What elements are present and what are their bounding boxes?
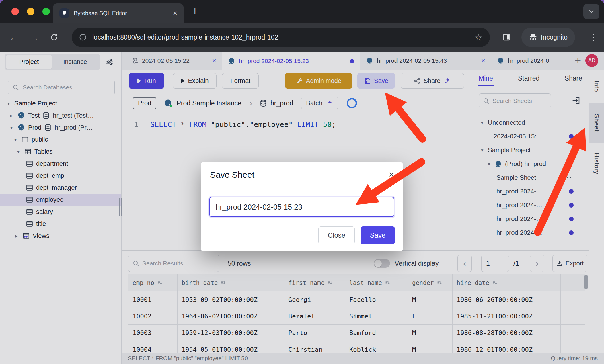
caret-down-icon[interactable]: ▾ — [13, 137, 18, 142]
filter-settings-button[interactable] — [105, 57, 114, 66]
run-button[interactable]: Run — [129, 73, 164, 89]
cell[interactable]: 1954-05-01T00:00:00Z — [178, 341, 284, 353]
tab-history[interactable]: History — [589, 143, 604, 184]
user-avatar[interactable]: AD — [585, 54, 598, 67]
tree-item-table-employee-selected[interactable]: employee — [0, 194, 121, 206]
tab-starred[interactable]: Starred — [518, 75, 539, 82]
side-panel-button[interactable] — [498, 23, 515, 52]
sheet-search[interactable] — [479, 93, 551, 108]
cell[interactable]: 1964-06-02T00:00:00Z — [178, 308, 284, 325]
results-search[interactable] — [128, 255, 219, 272]
dialog-close-button[interactable]: Close — [318, 226, 355, 244]
column-header[interactable]: hire_date — [453, 274, 561, 291]
cell[interactable]: M — [408, 325, 453, 341]
sheet-item-sample-sheet[interactable]: Sample Sheet ··· — [472, 171, 589, 185]
sort-icon[interactable] — [437, 280, 443, 286]
forward-button[interactable]: → — [28, 23, 41, 52]
caret-down-icon[interactable]: ▾ — [479, 120, 485, 126]
tab-project[interactable]: Project — [6, 55, 52, 69]
caret-down-icon[interactable]: ▾ — [486, 161, 492, 167]
sort-icon[interactable] — [492, 280, 498, 286]
admin-mode-button[interactable]: Admin mode — [285, 73, 352, 89]
tree-item-views-group[interactable]: ▸ Views — [0, 230, 121, 242]
column-header[interactable]: first_name — [284, 274, 345, 291]
sheet-tab-4[interactable]: hr_prod 2024-0 — [491, 52, 571, 70]
tree-item-table-dept-manager[interactable]: dept_manager — [0, 182, 121, 194]
batch-button[interactable]: Batch — [301, 97, 338, 109]
tree-item-table-title[interactable]: title — [0, 218, 121, 230]
table-row[interactable]: 100011953-09-02T00:00:00ZGeorgiFacelloM1… — [128, 291, 585, 308]
sheet-group-database[interactable]: ▾ (Prod) hr_prod — [472, 157, 589, 171]
caret-down-icon[interactable]: ▾ — [15, 149, 21, 154]
cell[interactable]: Georgi — [284, 291, 345, 308]
table-row[interactable]: 100031959-12-03T00:00:00ZPartoBamfordM19… — [128, 325, 585, 341]
next-page-button[interactable]: › — [530, 255, 544, 272]
sheet-item-hr-3[interactable]: hr_prod 2024-… — [472, 212, 589, 226]
previous-page-button[interactable]: ‹ — [457, 255, 472, 272]
close-window-button[interactable] — [11, 8, 19, 15]
caret-right-icon[interactable]: ▸ — [9, 113, 14, 118]
tab-instance[interactable]: Instance — [52, 58, 98, 66]
browser-menu-button[interactable] — [587, 23, 599, 52]
results-scrollbar[interactable] — [584, 275, 588, 289]
browser-tab[interactable]: Bytebase SQL Editor × — [53, 3, 184, 23]
cell[interactable]: Chirstian — [284, 341, 345, 353]
cell[interactable]: 1986-06-26T00:00:00Z — [453, 291, 561, 308]
sheet-tab-1[interactable]: 2024-02-05 15:22 × — [126, 52, 222, 70]
incognito-badge[interactable]: Incognito — [521, 28, 575, 47]
export-button[interactable]: Export — [552, 255, 587, 272]
dialog-save-button[interactable]: Save — [361, 226, 395, 244]
reload-button[interactable] — [48, 23, 61, 52]
tab-info[interactable]: Info — [589, 70, 604, 103]
cell[interactable]: F — [408, 308, 453, 325]
address-bar[interactable]: localhost:8080/sql-editor/prod-sample-in… — [72, 28, 490, 47]
cell[interactable]: Parto — [284, 325, 345, 341]
back-button[interactable]: ← — [7, 23, 21, 52]
table-row[interactable]: 100041954-05-01T00:00:00ZChirstianKoblic… — [128, 341, 585, 353]
tab-share[interactable]: Share — [565, 75, 582, 82]
tree-item-tables-group[interactable]: ▾ Tables — [0, 146, 121, 158]
vertical-display-toggle[interactable] — [374, 259, 390, 268]
sort-icon[interactable] — [327, 280, 333, 286]
sheet-tab-3[interactable]: hr_prod 2024-02-05 15:43 × — [360, 52, 491, 70]
bookmark-star-icon[interactable]: ☆ — [475, 32, 482, 42]
cell[interactable]: 1986-12-01T00:00:00Z — [453, 341, 561, 353]
cell[interactable]: 10002 — [128, 308, 178, 325]
cell[interactable]: M — [408, 341, 453, 353]
import-sheet-button[interactable] — [572, 96, 580, 105]
sql-code-area[interactable]: 1 SELECT * FROM "public"."employee" LIMI… — [122, 115, 472, 129]
new-tab-button[interactable]: + — [192, 5, 198, 17]
sheet-item-menu-icon[interactable]: ··· — [564, 174, 572, 182]
cell[interactable]: 1985-11-21T00:00:00Z — [453, 308, 561, 325]
tree-item-table-dept-emp[interactable]: dept_emp — [0, 170, 121, 182]
sheet-group-sample-project[interactable]: ▾ Sample Project — [472, 143, 589, 157]
caret-right-icon[interactable]: ▸ — [14, 233, 20, 239]
maximize-window-button[interactable] — [42, 8, 50, 15]
column-header[interactable]: emp_no — [128, 274, 178, 291]
share-button[interactable]: Share — [401, 73, 464, 89]
caret-down-icon[interactable]: ▾ — [6, 101, 11, 106]
instance-name[interactable]: Prod Sample Instance — [176, 99, 241, 107]
tree-item-table-department[interactable]: department — [0, 158, 121, 170]
cell[interactable]: Simmel — [345, 308, 408, 325]
sheet-item-hr-2[interactable]: hr_prod 2024-… — [472, 198, 589, 212]
caret-down-icon[interactable]: ▾ — [9, 125, 14, 130]
dialog-close-icon[interactable]: × — [389, 169, 394, 180]
cell[interactable]: 10001 — [128, 291, 178, 308]
sheet-tab-2-active[interactable]: hr_prod 2024-02-05 15:23 — [222, 52, 360, 70]
close-sheet-tab-icon[interactable]: × — [481, 56, 485, 65]
cell[interactable]: 10003 — [128, 325, 178, 341]
cell[interactable]: Bezalel — [284, 308, 345, 325]
cell[interactable]: 1959-12-03T00:00:00Z — [178, 325, 284, 341]
tab-sheet-active[interactable]: Sheet — [589, 103, 604, 143]
sort-icon[interactable] — [385, 280, 391, 286]
cell[interactable]: M — [408, 291, 453, 308]
cell[interactable]: Bamford — [345, 325, 408, 341]
tree-item-table-salary[interactable]: salary — [0, 206, 121, 218]
cell[interactable]: 1953-09-02T00:00:00Z — [178, 291, 284, 308]
tree-item-sample-project[interactable]: ▾ Sample Project — [0, 97, 121, 109]
cell[interactable]: 1986-08-28T00:00:00Z — [453, 325, 561, 341]
new-sheet-tab-button[interactable]: + — [575, 54, 581, 67]
cell[interactable]: Koblick — [345, 341, 408, 353]
column-header[interactable]: last_name — [345, 274, 408, 291]
